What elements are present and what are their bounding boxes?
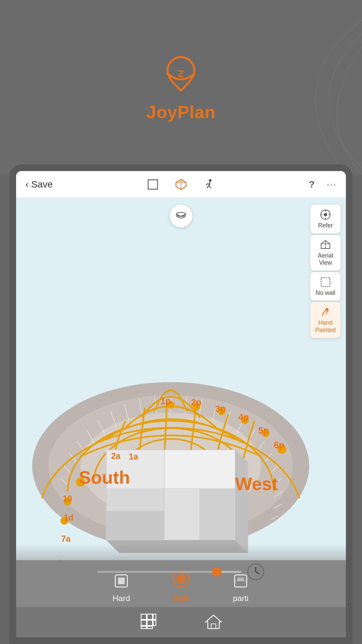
- svg-rect-68: [107, 511, 164, 540]
- svg-point-13: [324, 213, 327, 216]
- refer-label: Refer: [318, 222, 333, 229]
- no-wall-icon: [319, 276, 331, 288]
- decorative-lines: [228, 0, 362, 174]
- svg-point-22: [326, 308, 328, 310]
- svg-rect-103: [141, 620, 146, 626]
- svg-text:1p: 1p: [160, 396, 171, 406]
- tablet-screen: ‹ Save: [16, 171, 346, 637]
- hand-painted-label: Hand Painted: [313, 319, 338, 334]
- svg-text:3p: 3p: [215, 404, 226, 414]
- soft-label: Soft: [173, 594, 189, 603]
- hand-painted-icon: [319, 306, 331, 318]
- svg-rect-106: [147, 626, 153, 629]
- svg-rect-102: [147, 614, 153, 620]
- svg-text:5p: 5p: [258, 426, 269, 436]
- svg-rect-110: [211, 624, 216, 629]
- hand-painted-button[interactable]: Hand Painted: [310, 302, 341, 338]
- aerial-view-button[interactable]: Aerial View: [310, 235, 341, 271]
- svg-line-9: [206, 183, 208, 185]
- svg-rect-107: [153, 614, 156, 620]
- walk-view-button[interactable]: [202, 177, 217, 192]
- back-button[interactable]: ‹ Save: [25, 179, 53, 190]
- svg-text:7a: 7a: [61, 534, 71, 543]
- no-wall-label: No wall: [315, 289, 335, 297]
- svg-rect-66: [165, 450, 235, 488]
- app-name: JoyPlan: [146, 102, 216, 122]
- layer-button[interactable]: [170, 205, 192, 227]
- slider-track: [97, 571, 241, 573]
- refer-button[interactable]: Refer: [310, 205, 341, 233]
- more-button[interactable]: ···: [327, 179, 337, 190]
- svg-rect-69: [165, 489, 199, 540]
- svg-text:6p: 6p: [274, 440, 284, 450]
- help-button[interactable]: ?: [309, 179, 315, 190]
- svg-rect-108: [153, 620, 156, 626]
- svg-marker-109: [206, 615, 221, 629]
- svg-text:2a: 2a: [111, 451, 121, 461]
- save-label: Save: [31, 179, 53, 190]
- clock-icon: [247, 563, 265, 581]
- aerial-icon: [319, 239, 331, 251]
- svg-rect-67: [107, 489, 164, 511]
- aerial-view-label: Aerial View: [313, 252, 338, 267]
- svg-text:Z: Z: [178, 68, 184, 79]
- svg-text:South: South: [79, 467, 130, 487]
- grid-button[interactable]: [139, 612, 158, 632]
- no-wall-button[interactable]: No wall: [310, 272, 341, 301]
- app-toolbar: ‹ Save: [16, 171, 346, 198]
- right-panel: Refer Aerial View: [310, 205, 341, 338]
- home-bottom-button[interactable]: [204, 612, 223, 632]
- slider-fill: [97, 571, 217, 573]
- toolbar-center-icons: [145, 177, 217, 192]
- svg-rect-104: [147, 620, 153, 626]
- svg-line-89: [256, 572, 259, 574]
- svg-text:10: 10: [63, 494, 72, 503]
- svg-rect-21: [321, 278, 330, 286]
- time-slider[interactable]: [97, 563, 265, 581]
- svg-text:1a: 1a: [129, 452, 138, 461]
- svg-text:2p: 2p: [191, 397, 201, 408]
- joyplan-logo-icon: Z: [161, 54, 201, 94]
- svg-rect-70: [200, 489, 235, 540]
- slider-thumb[interactable]: [212, 567, 222, 577]
- toolbar-right: ? ···: [309, 179, 337, 190]
- logo-area: Z JoyPlan: [146, 54, 216, 122]
- svg-line-7: [207, 185, 209, 188]
- parti-label: parti: [233, 594, 249, 603]
- bottom-icons-row: [16, 607, 346, 637]
- svg-rect-101: [141, 614, 146, 620]
- svg-point-5: [209, 179, 212, 182]
- layers-icon: [175, 210, 187, 222]
- hard-label: Hard: [113, 594, 130, 603]
- back-icon: ‹: [25, 179, 28, 190]
- floorplan-2d-button[interactable]: [145, 177, 160, 192]
- svg-line-8: [209, 185, 211, 188]
- main-3d-view[interactable]: Refer Aerial View: [16, 198, 346, 637]
- svg-text:West: West: [235, 474, 278, 494]
- svg-point-11: [176, 212, 186, 216]
- svg-text:1d: 1d: [64, 513, 73, 523]
- tablet-frame: ‹ Save: [9, 164, 353, 644]
- svg-text:4p: 4p: [238, 412, 249, 422]
- bottom-controls: Hard: [16, 543, 346, 637]
- view-3d-button[interactable]: [174, 177, 188, 192]
- refer-icon: [319, 209, 331, 221]
- svg-rect-1: [148, 180, 158, 189]
- svg-rect-105: [141, 626, 146, 629]
